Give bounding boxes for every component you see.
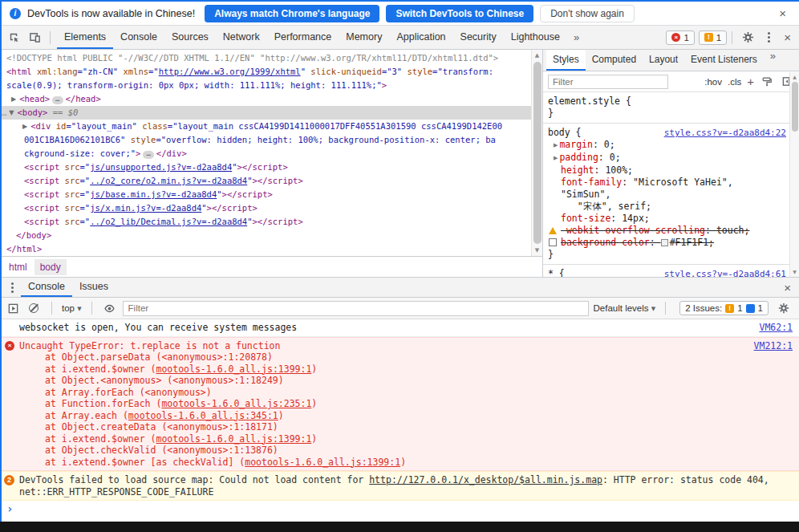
more-sidebar-tabs-icon[interactable]: » bbox=[764, 50, 782, 71]
dom-tree-node[interactable]: ▶<head>…</head> bbox=[0, 92, 542, 106]
console-filter-input[interactable] bbox=[123, 301, 589, 316]
banner-close-icon[interactable]: × bbox=[774, 6, 791, 20]
css-property[interactable]: -webkit-overflow-scrolling: touch; bbox=[548, 225, 786, 237]
property-enable-checkbox[interactable] bbox=[549, 238, 557, 246]
dom-tree-node[interactable]: …▼<body> == $0 bbox=[0, 106, 542, 120]
disclosure-arrow-icon[interactable]: ▼ bbox=[9, 109, 17, 116]
disclosure-arrow-icon[interactable]: ▶ bbox=[11, 95, 19, 103]
resource-link[interactable]: js/unsupported.js?v=-d2aa8d4 bbox=[90, 162, 232, 172]
console-sidebar-toggle-icon[interactable] bbox=[5, 298, 21, 319]
resource-link[interactable]: http://www.w3.org/1999/xhtml bbox=[159, 67, 301, 76]
scroll-down-icon[interactable]: ▼ bbox=[793, 267, 797, 277]
clear-console-icon[interactable] bbox=[26, 298, 42, 319]
stack-frame-link[interactable]: mootools-1.6.0_all.js:1399:1 bbox=[156, 363, 311, 375]
css-property[interactable]: background-color: #F1F1F1; bbox=[548, 237, 786, 249]
sidebar-tab-computed[interactable]: Computed bbox=[586, 50, 643, 71]
inspect-element-icon[interactable] bbox=[3, 27, 24, 48]
dom-tree-node[interactable]: <script src="js/unsupported.js?v=-d2aa8d… bbox=[0, 160, 542, 174]
dom-tree-node[interactable]: <!DOCTYPE html PUBLIC "-//W3C//DTD XHTML… bbox=[0, 51, 542, 65]
scrollbar-thumb[interactable] bbox=[533, 62, 541, 244]
new-style-rule-icon[interactable]: + bbox=[747, 76, 754, 87]
javascript-context-selector[interactable]: top ▼ bbox=[62, 303, 82, 313]
tab-performance[interactable]: Performance bbox=[267, 26, 339, 49]
css-property[interactable]: height: 100%; bbox=[548, 164, 786, 177]
console-settings-gear-icon[interactable] bbox=[773, 298, 794, 319]
elements-scrollbar[interactable]: ▲▼ bbox=[531, 50, 542, 256]
dont-show-again-button[interactable]: Don't show again bbox=[540, 5, 635, 22]
tab-lighthouse[interactable]: Lighthouse bbox=[504, 26, 567, 49]
sidebar-tab-layout[interactable]: Layout bbox=[643, 50, 684, 71]
always-match-language-button[interactable]: Always match Chrome's language bbox=[205, 5, 379, 22]
dom-tree-node[interactable]: 001C1BA16D062101BC6" style="overflow: hi… bbox=[0, 133, 542, 147]
stylesheet-link[interactable]: style.css?v=-d2aa8d4:61 bbox=[664, 268, 786, 277]
collapsed-children-ellipsis[interactable]: … bbox=[143, 151, 153, 159]
tab-security[interactable]: Security bbox=[453, 26, 504, 49]
disclosure-arrow-icon[interactable]: ▶ bbox=[22, 123, 30, 130]
rendering-emulation-icon[interactable] bbox=[760, 71, 774, 92]
resource-link[interactable]: ../o2_lib/Decimal.js?v=-d2aa8d4 bbox=[90, 217, 247, 226]
warning-count-badge[interactable]: ! 1 bbox=[699, 30, 727, 45]
console-prompt[interactable]: › bbox=[0, 501, 799, 517]
dom-tree-node[interactable]: <script src="js/x.min.js?v=-d2aa8d4"></s… bbox=[0, 201, 542, 215]
sidebar-tab-styles[interactable]: Styles bbox=[546, 50, 586, 71]
rule-selector[interactable]: body { bbox=[548, 127, 582, 139]
styles-filter-input[interactable] bbox=[548, 75, 668, 89]
dom-tree-node[interactable]: ckground-size: cover;">…</div> bbox=[0, 147, 542, 160]
expand-property-icon[interactable]: ▶ bbox=[554, 155, 558, 161]
rule-selector[interactable]: * { bbox=[548, 268, 565, 277]
stack-frame-link[interactable]: mootools-1.6.0_all.js:1399:1 bbox=[245, 457, 400, 468]
tab-memory[interactable]: Memory bbox=[339, 26, 389, 49]
resource-link[interactable]: ../o2_core/o2.min.js?v=-d2aa8d4 bbox=[90, 176, 247, 185]
switch-devtools-chinese-button[interactable]: Switch DevTools to Chinese bbox=[386, 5, 533, 22]
settings-gear-icon[interactable] bbox=[737, 27, 758, 48]
devtools-menu-kebab-icon[interactable] bbox=[758, 27, 779, 48]
scroll-down-icon[interactable]: ▼ bbox=[535, 245, 539, 256]
dom-tree-node[interactable]: ▶<div id="layout_main" class="layout_mai… bbox=[0, 120, 542, 133]
tab-application[interactable]: Application bbox=[389, 26, 452, 49]
tab-sources[interactable]: Sources bbox=[164, 26, 216, 49]
issues-counter[interactable]: 2 Issues: ! 1 1 bbox=[679, 301, 769, 315]
sidebar-tab-event-listeners[interactable]: Event Listeners bbox=[684, 50, 764, 71]
message-source-link[interactable]: VM62:1 bbox=[759, 322, 793, 334]
resource-link[interactable]: js/x.min.js?v=-d2aa8d4 bbox=[90, 203, 201, 213]
dom-tree-node[interactable]: <script src="../o2_lib/Decimal.js?v=-d2a… bbox=[0, 215, 542, 229]
toggle-hover-state-button[interactable]: :hov bbox=[704, 77, 722, 87]
collapsed-children-ellipsis[interactable]: … bbox=[52, 96, 63, 104]
log-levels-selector[interactable]: Default levels ▼ bbox=[594, 303, 656, 313]
create-live-expression-eye-icon[interactable] bbox=[102, 298, 118, 319]
css-property[interactable]: ▶margin: 0; bbox=[548, 139, 786, 152]
dom-tree-node[interactable]: scale(0.9); transform-origin: 0px 0px; w… bbox=[0, 79, 542, 92]
css-property[interactable]: font-size: 14px; bbox=[548, 213, 786, 225]
breadcrumb-item-body[interactable]: body bbox=[34, 259, 67, 275]
tab-console[interactable]: Console bbox=[113, 26, 164, 49]
stack-frame-link[interactable]: mootools-1.6.0_all.js:1399:1 bbox=[156, 433, 311, 445]
dom-tree-node[interactable]: <script src="../o2_core/o2.min.js?v=-d2a… bbox=[0, 174, 542, 188]
dom-tree-node[interactable]: </body> bbox=[0, 229, 542, 242]
resource-link[interactable]: js/base.min.js?v=-d2aa8d4 bbox=[90, 189, 217, 199]
styles-scrollbar[interactable]: ▲ ▼ bbox=[789, 72, 799, 277]
stack-frame-link[interactable]: mootools-1.6.0_all.js:345:1 bbox=[128, 410, 278, 421]
dom-tree-node[interactable]: <html xml:lang="zh-CN" xmlns="http://www… bbox=[0, 65, 542, 79]
color-swatch[interactable] bbox=[661, 239, 668, 246]
expand-property-icon[interactable]: ▶ bbox=[554, 142, 558, 148]
dom-tree-node[interactable]: <script src="js/base.min.js?v=-d2aa8d4">… bbox=[0, 188, 542, 201]
error-count-badge[interactable]: × 1 bbox=[666, 30, 694, 45]
stack-frame-link[interactable]: mootools-1.6.0_all.js:235:1 bbox=[161, 398, 311, 409]
drawer-tab-console[interactable]: Console bbox=[21, 278, 72, 297]
device-toolbar-icon[interactable] bbox=[24, 27, 45, 48]
css-property[interactable]: font-family: "Microsoft YaHei", "SimSun"… bbox=[548, 177, 786, 213]
tab-network[interactable]: Network bbox=[216, 26, 267, 49]
dom-tree-node[interactable]: </html> bbox=[0, 242, 542, 256]
message-source-link[interactable]: VM212:1 bbox=[754, 340, 793, 352]
breadcrumb-item-html[interactable]: html bbox=[3, 259, 33, 275]
more-tabs-icon[interactable]: » bbox=[567, 31, 586, 43]
source-map-link[interactable]: http://127.0.0.1/x_desktop/$all.min.js.m… bbox=[369, 474, 602, 485]
scroll-up-icon[interactable]: ▲ bbox=[535, 50, 539, 61]
toggle-class-button[interactable]: .cls bbox=[728, 77, 741, 87]
css-property[interactable]: ▶padding: 0; bbox=[548, 152, 786, 164]
tab-elements[interactable]: Elements bbox=[57, 26, 113, 49]
drawer-tab-issues[interactable]: Issues bbox=[72, 278, 116, 297]
devtools-close-icon[interactable]: × bbox=[779, 30, 796, 44]
scrollbar-thumb[interactable] bbox=[792, 82, 798, 132]
rule-selector[interactable]: element.style { bbox=[548, 95, 631, 108]
